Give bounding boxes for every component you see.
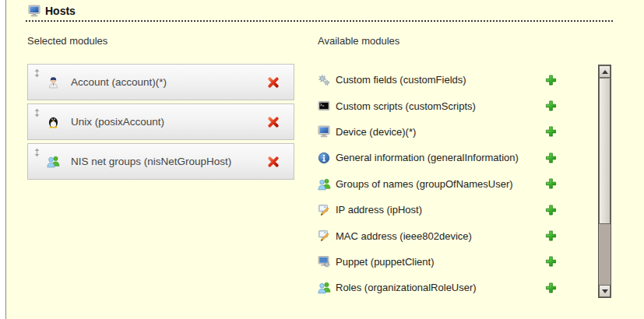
available-module-row: Custom scripts (customScripts) [318,93,575,118]
terminal-icon [318,100,330,112]
available-module-label: IP address (ipHost) [336,204,422,216]
available-module-label: Custom scripts (customScripts) [336,100,476,112]
add-icon[interactable] [545,256,557,268]
available-modules-label: Available modules [318,35,399,47]
available-module-row: Puppet (puppetClient) [318,249,575,275]
available-module-label: MAC address (ieee802device) [336,230,472,242]
info-icon [318,152,330,164]
computer-icon [318,125,330,138]
selected-modules-list: Account (account)(*)Unix (posixAccount)N… [27,64,294,183]
monitor-gear-icon [318,255,330,268]
available-module-row: Roles (organizationalRoleUser) [318,275,575,300]
available-module-row: Device (device)(*) [318,119,575,145]
add-icon[interactable] [545,74,557,86]
monitor-edit-icon [318,230,330,242]
selected-module-label: Unix (posixAccount) [71,116,164,128]
delete-icon[interactable] [267,116,280,128]
available-module-label: General information (generalInformation) [336,152,519,163]
scrollbar-up-button[interactable] [599,65,611,78]
add-icon[interactable] [545,152,557,163]
available-module-label: Custom fields (customFields) [336,74,466,86]
add-icon[interactable] [545,230,557,242]
available-module-row: MAC address (ieee802device) [318,223,575,248]
triangle-down-icon [602,289,608,293]
available-module-label: Groups of names (groupOfNamesUser) [336,178,513,190]
move-icon[interactable] [33,68,40,78]
group-icon [318,177,330,191]
add-icon[interactable] [545,126,557,138]
tux-icon [47,115,61,128]
available-modules-list: Custom fields (customFields)Custom scrip… [318,67,575,301]
left-gutter [0,0,6,319]
move-icon[interactable] [33,108,40,117]
triangle-up-icon [602,70,608,74]
selected-module-label: Account (account)(*) [71,76,167,88]
hosts-panel: Hosts Selected modules Available modules… [6,0,644,319]
available-module-row: Custom fields (customFields) [318,67,575,93]
available-module-label: Device (device)(*) [336,126,416,138]
header-divider [26,8,613,22]
gears-icon [318,74,330,86]
available-module-row: Groups of names (groupOfNamesUser) [318,171,575,197]
move-icon[interactable] [33,148,40,157]
page: Hosts Selected modules Available modules… [0,0,644,319]
scrollbar-thumb[interactable] [599,78,611,224]
account-icon [47,75,61,89]
available-module-label: Roles (organizationalRoleUser) [336,282,477,293]
group-icon [318,281,330,294]
group-icon [47,155,61,168]
add-icon[interactable] [545,204,557,216]
selected-modules-label: Selected modules [27,35,107,47]
delete-icon[interactable] [267,76,280,88]
add-icon[interactable] [545,178,557,190]
available-modules-scrollbar[interactable] [598,65,611,298]
selected-module-label: NIS net groups (nisNetGroupHost) [71,156,231,167]
scrollbar-down-button[interactable] [599,285,611,297]
available-module-label: Puppet (puppetClient) [336,256,434,268]
delete-icon[interactable] [267,156,280,167]
selected-module-card[interactable]: Account (account)(*) [27,64,294,100]
add-icon[interactable] [545,100,557,112]
selected-module-card[interactable]: Unix (posixAccount) [27,103,294,140]
add-icon[interactable] [545,282,557,293]
monitor-edit-icon [318,204,330,216]
available-module-row: IP address (ipHost) [318,197,575,223]
selected-module-card[interactable]: NIS net groups (nisNetGroupHost) [27,143,294,180]
available-module-row: General information (generalInformation) [318,145,575,170]
